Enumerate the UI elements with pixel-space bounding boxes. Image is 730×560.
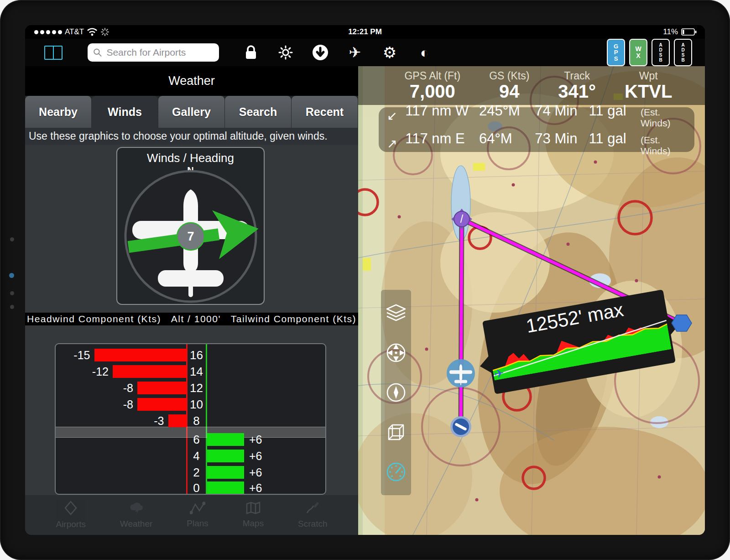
ownship-icon (447, 359, 475, 387)
timer-button[interactable] (385, 461, 407, 483)
flights-button[interactable]: ✈ (345, 42, 365, 63)
destination-hexagon[interactable] (671, 312, 693, 334)
data-cell-value: KTVL (625, 81, 672, 102)
layers-icon (386, 304, 406, 322)
winds-heading-compass: 7 (120, 168, 261, 305)
battery-percent: 11% (663, 27, 678, 37)
download-icon (312, 44, 328, 61)
dock-item-label: Airports (56, 519, 85, 529)
route-bearing: 245°M (479, 103, 535, 119)
route-note: (Est. Winds) (641, 107, 686, 129)
gear-icon: ⚙ (383, 45, 396, 60)
tab-recent[interactable]: Recent (292, 96, 358, 128)
search-icon (93, 47, 102, 58)
data-cell-label: Wpt (625, 70, 672, 82)
altitude-label: 2 (187, 466, 206, 479)
component-value: +6 (249, 466, 262, 479)
compass-rose-button[interactable] (385, 342, 407, 364)
data-cell-gs-kts-: GS (Kts)94 (489, 70, 529, 102)
headwind-bar (137, 382, 187, 394)
tailwind-bar (207, 466, 244, 479)
route-time: 74 Min (535, 103, 589, 119)
status-badges: G P SW XA D S BA D S B (607, 39, 692, 66)
tab-search[interactable]: Search (225, 96, 292, 128)
altitude-label: 10 (187, 398, 206, 411)
winds-heading-card: Winds / Heading N 7 (116, 147, 265, 305)
dock-item-scratch[interactable]: Scratch (298, 501, 327, 529)
winds-aloft-chart: 16-1514-1212-810-88-36+64+62+60+6 (55, 343, 326, 495)
badge-wx[interactable]: W X (629, 39, 647, 66)
weather-icon (129, 501, 144, 517)
data-cell-value: 341° (558, 81, 596, 102)
tailwind-bar (207, 433, 244, 446)
downloads-button[interactable] (310, 42, 330, 63)
dock-item-label: Weather (120, 519, 152, 529)
dock-item-airports[interactable]: Airports (56, 501, 85, 529)
route-fuel: 11 gal (589, 131, 641, 147)
dock-item-plans[interactable]: Plans (187, 502, 209, 529)
weather-panel: Weather NearbyWindsGallerySearchRecent U… (25, 66, 358, 535)
badge-gps[interactable]: G P S (607, 39, 625, 66)
screen: AT&T 12:21 PM (25, 25, 705, 535)
badge-adsb[interactable]: A D S B (652, 39, 670, 66)
headwind-bar (137, 398, 187, 411)
lock-icon (244, 45, 258, 60)
bezel-dot (10, 305, 14, 309)
airports-icon (64, 501, 78, 518)
data-cell-track: Track341° (558, 70, 596, 102)
split-view-button[interactable] (44, 46, 63, 60)
dock-item-weather[interactable]: Weather (120, 501, 152, 529)
waypoint-circle[interactable] (450, 416, 472, 438)
bezel-camera-dot (9, 273, 14, 278)
device-bezel: AT&T 12:21 PM (0, 0, 730, 560)
compass-needle-icon (386, 382, 406, 403)
data-cell-gps-alt-ft-: GPS Alt (Ft)7,000 (404, 70, 460, 102)
tab-nearby[interactable]: Nearby (25, 96, 92, 128)
airport-search[interactable] (88, 43, 219, 62)
moving-map[interactable]: 12552' max ✈ (358, 66, 705, 535)
status-bar: AT&T 12:21 PM (25, 25, 705, 39)
altitude-label: 16 (187, 349, 206, 361)
brightness-button[interactable] (276, 42, 296, 63)
tab-gallery[interactable]: Gallery (158, 96, 225, 128)
search-input[interactable] (105, 47, 214, 58)
data-cell-label: GS (Kts) (489, 70, 529, 82)
bottom-dock: AirportsWeatherPlansMapsScratch (25, 495, 358, 535)
panel-title: Weather (25, 66, 358, 96)
dock-item-maps[interactable]: Maps (243, 502, 264, 529)
route-distance: 117 nm W (405, 103, 479, 119)
altitude-label: 8 (187, 414, 206, 427)
route-distance: 117 nm E (405, 131, 479, 147)
map-layers-button[interactable] (385, 302, 407, 324)
north-up-button[interactable] (385, 382, 407, 403)
waypoint-symbol[interactable]: / (450, 208, 473, 230)
component-value: +6 (249, 450, 262, 462)
tailwind-header: Tailwind Component (Kts) (231, 314, 356, 324)
data-cell-value: 7,000 (404, 81, 460, 102)
headwind-bar (94, 349, 187, 361)
contrast-button[interactable]: ◐ (414, 42, 434, 63)
dock-item-label: Scratch (298, 519, 327, 529)
headwind-bar (168, 414, 187, 427)
component-value: +6 (249, 433, 262, 446)
lock-orientation-button[interactable] (241, 42, 261, 63)
component-value: +6 (249, 481, 262, 494)
altitude-label: 0 (187, 481, 206, 494)
tab-winds[interactable]: Winds (92, 96, 158, 128)
headwind-bar (113, 365, 187, 378)
component-value: -3 (56, 414, 164, 427)
route-info-row: ↗117 nm E64°M73 Min11 gal(Est. Winds) (387, 131, 686, 157)
badge-adsb[interactable]: A D S B (674, 39, 692, 66)
northeast-arrow-icon: ↗ (387, 136, 405, 151)
airplane-icon: ✈ (349, 45, 361, 60)
flight-data-strip: GPS Alt (Ft)7,000GS (Kts)94Track341°WptK… (358, 66, 705, 105)
view-3d-button[interactable] (385, 421, 407, 443)
top-toolbar: ✈ ⚙ ◐ G P SW XA D S BA D S B (25, 39, 705, 66)
dock-item-label: Plans (187, 518, 209, 529)
component-value: -15 (56, 349, 90, 361)
settings-button[interactable]: ⚙ (380, 42, 400, 63)
clock: 12:21 PM (25, 25, 705, 39)
route-info-box: ↙117 nm W245°M74 Min11 gal(Est. Winds)↗1… (379, 107, 694, 152)
chart-column-headers: Headwind Component (Kts) Alt / 1000' Tai… (25, 313, 358, 325)
component-value: -8 (56, 382, 133, 394)
